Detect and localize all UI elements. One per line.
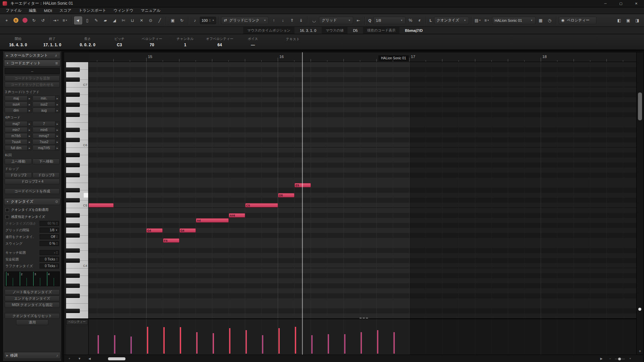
- piano-key-black[interactable]: [66, 213, 80, 218]
- velocity-lane[interactable]: [89, 318, 636, 355]
- timeline-ruler[interactable]: HALion Sonic 01 15161718: [89, 52, 636, 62]
- triad-button-aug[interactable]: aug▶: [33, 108, 60, 113]
- velocity-bar[interactable]: [377, 330, 378, 354]
- chord-button-7sus4[interactable]: 7sus4▶: [5, 139, 32, 144]
- quantize-panel-button[interactable]: e: [416, 16, 424, 24]
- info-field[interactable]: ピッチC3: [104, 34, 135, 50]
- lower-zone-button[interactable]: ▣: [624, 16, 632, 24]
- zoom-slider-handle[interactable]: [618, 358, 621, 360]
- setup-toolbar-button[interactable]: ◨: [633, 16, 641, 24]
- vertical-scroll-thumb[interactable]: [638, 93, 642, 120]
- info-field[interactable]: 終了17. 1. 1. 0: [34, 34, 71, 50]
- piano-keyboard[interactable]: C7C6C5C4: [66, 62, 89, 318]
- minimize-button[interactable]: ─: [598, 0, 613, 7]
- piano-key-black[interactable]: [66, 198, 80, 202]
- velocity-bar[interactable]: [278, 328, 280, 354]
- drop24-button[interactable]: ドロップ2 + 4: [5, 179, 60, 184]
- part-name-label[interactable]: HALion Sonic 01: [378, 55, 409, 61]
- piano-key-black[interactable]: [66, 128, 80, 132]
- line-tool[interactable]: ╱: [156, 16, 164, 24]
- draw-tool[interactable]: ✎: [92, 16, 100, 24]
- midi-note-As4[interactable]: A#4: [229, 213, 245, 218]
- spinner-arrows[interactable]: ▲▼: [209, 19, 211, 22]
- velocity-bar[interactable]: [98, 335, 99, 354]
- info-field[interactable]: チャンネル1: [169, 34, 201, 50]
- velocity-bar[interactable]: [180, 327, 181, 354]
- pin-editor-button[interactable]: ⌖: [3, 16, 11, 24]
- section-quantize[interactable]: ▼ クオンタイズ ⊙: [4, 198, 60, 205]
- piano-key-black[interactable]: [66, 248, 80, 253]
- menu-item-2[interactable]: 編集: [25, 8, 40, 13]
- section-scale-assistant[interactable]: ▶ スケールアシスタント ♬: [4, 52, 60, 59]
- midi-note[interactable]: [89, 203, 114, 207]
- grid-link-dropdown[interactable]: ⇄ グリッドにリンク ▼: [221, 17, 269, 24]
- piano-key-black[interactable]: [66, 274, 80, 278]
- piano-key-black[interactable]: [66, 138, 80, 142]
- create-chord-event-button[interactable]: コードイベントを作成: [5, 188, 60, 194]
- record-in-editor-button[interactable]: [21, 16, 29, 24]
- rough-quantize-field[interactable]: 0 Ticks▲▼: [40, 263, 59, 268]
- piano-key-black[interactable]: [66, 309, 80, 313]
- velocity-bar[interactable]: [213, 333, 214, 354]
- info-field[interactable]: 開始16. 4. 3. 0: [3, 34, 34, 50]
- controller-lane-menu-button[interactable]: ▼: [76, 356, 83, 361]
- show-part-borders-button[interactable]: ▣: [169, 16, 177, 24]
- velocity-bar[interactable]: [196, 332, 198, 354]
- vertical-scrollbar[interactable]: +: [636, 52, 643, 355]
- midi-note-C5[interactable]: C5: [245, 203, 278, 207]
- reset-quantize-button[interactable]: クオンタイズをリセット: [5, 313, 60, 319]
- chord-button-7[interactable]: 7▶: [33, 121, 60, 126]
- info-field[interactable]: テキスト: [268, 34, 318, 50]
- velocity-bar[interactable]: [229, 328, 230, 354]
- insert-velocity-spinner[interactable]: 100 ▲▼ ▼: [200, 17, 216, 24]
- menu-item-6[interactable]: ウィンドウ: [110, 8, 137, 13]
- menu-item-5[interactable]: トランスポート: [75, 8, 110, 13]
- velocity-bar[interactable]: [130, 337, 132, 354]
- velocity-lane-label[interactable]: ベロシティー: [66, 319, 88, 325]
- menu-item-1[interactable]: ファイル: [2, 8, 25, 13]
- velocity-bar[interactable]: [311, 335, 313, 354]
- grid-spacing-dropdown[interactable]: 1/8▼: [40, 228, 59, 233]
- object-selection-tool[interactable]: ➤: [74, 16, 82, 24]
- drop3-button[interactable]: ドロップ3: [33, 172, 60, 178]
- midi-note-F4[interactable]: F4: [163, 238, 179, 243]
- horizontal-scrollbar[interactable]: + ▼ ◀ ▶ − +: [64, 355, 643, 362]
- scroll-left-button[interactable]: ◀: [86, 356, 93, 361]
- chord-button-maj7[interactable]: maj7▶: [5, 121, 32, 126]
- select-settings-button[interactable]: ≡▼: [61, 16, 69, 24]
- chord-button-7sus2[interactable]: 7sus2▶: [33, 139, 60, 144]
- drop2-button[interactable]: ドロップ2: [5, 172, 32, 178]
- match-chord-track-button[interactable]: コードトラックに合わせる: [5, 82, 60, 87]
- trim-tool[interactable]: ◢: [110, 16, 118, 24]
- move-up-octave-button[interactable]: ⇑: [288, 16, 296, 24]
- iterative-quantize-button[interactable]: %: [407, 16, 415, 24]
- move-up-button[interactable]: ↑: [270, 16, 278, 24]
- project-cursor[interactable]: [302, 52, 303, 355]
- mute-tool[interactable]: ✕: [138, 16, 146, 24]
- split-tool[interactable]: ✄: [119, 16, 127, 24]
- independent-loop-button[interactable]: ↻: [178, 16, 186, 24]
- range-selection-tool[interactable]: ▯: [83, 16, 91, 24]
- acoustic-feedback-button[interactable]: ♪: [191, 16, 199, 24]
- piano-key-black[interactable]: [66, 77, 80, 82]
- auto-apply-checkbox[interactable]: [5, 208, 9, 212]
- piano-key-black[interactable]: [66, 113, 80, 117]
- piano-key-black[interactable]: [66, 294, 80, 298]
- solo-editor-button[interactable]: S: [12, 16, 20, 24]
- midi-note-A4[interactable]: A4: [196, 218, 229, 223]
- zoom-out-button[interactable]: −: [607, 356, 613, 361]
- velocity-bar[interactable]: [163, 327, 165, 354]
- quantize-strength-field[interactable]: 60 %▲▼: [40, 221, 59, 226]
- piano-key-black[interactable]: [66, 163, 80, 167]
- edit-mode-button[interactable]: ▤▼: [474, 16, 482, 24]
- info-field[interactable]: ベロシティー70: [135, 34, 169, 50]
- piano-key-black[interactable]: [66, 153, 80, 157]
- midi-note-D5[interactable]: D5: [278, 193, 294, 197]
- apply-quantize-button[interactable]: 適用: [16, 319, 48, 325]
- erase-tool[interactable]: ▰: [101, 16, 109, 24]
- piano-key-black[interactable]: [66, 233, 80, 238]
- info-field[interactable]: 長さ0. 0. 2. 0: [71, 34, 104, 50]
- velocity-bar[interactable]: [246, 330, 247, 354]
- triad-button-dim[interactable]: dim▶: [5, 108, 32, 113]
- note-grid[interactable]: G4F4G4A4A#4C5D5E5: [89, 62, 636, 318]
